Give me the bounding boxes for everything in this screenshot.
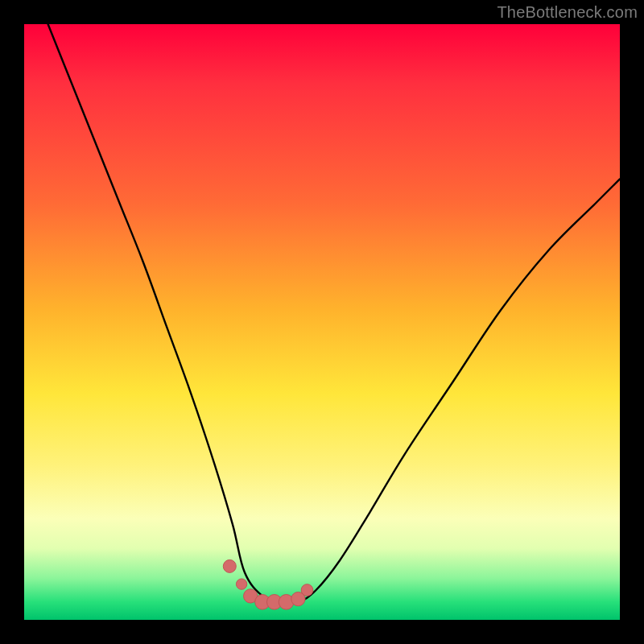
min-marker	[223, 559, 236, 572]
min-region-markers	[223, 559, 313, 609]
min-marker	[236, 579, 246, 589]
plot-area	[24, 24, 620, 620]
min-marker	[301, 584, 313, 597]
watermark-label: TheBottleneck.com	[497, 3, 638, 22]
curve-layer	[24, 24, 620, 620]
bottleneck-curve	[48, 24, 620, 603]
chart-frame: TheBottleneck.com	[0, 0, 644, 644]
